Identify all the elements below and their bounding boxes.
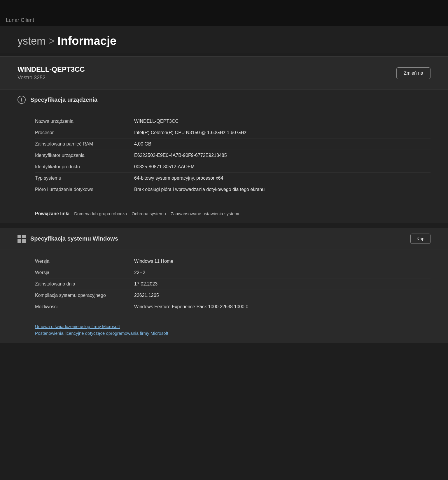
win-spec-value-2: 17.02.2023 <box>134 281 158 287</box>
related-link-2[interactable]: Zaawansowane ustawienia systemu <box>171 210 241 217</box>
win-spec-label-1: Wersja <box>35 270 134 275</box>
device-spec-title: Specyfikacja urządzenia <box>30 97 97 103</box>
breadcrumb-separator: > <box>48 35 55 47</box>
windows-spec-header-left: Specyfikacja systemu Windows <box>18 235 118 243</box>
spec-row: Typ systemu 64-bitowy system operacyjny,… <box>35 173 430 184</box>
spec-row: Pióro i urządzenia dotykowe Brak obsługi… <box>35 184 430 195</box>
device-model: Vostro 3252 <box>18 75 85 81</box>
device-spec-header: ℹ Specyfikacja urządzenia <box>0 90 448 110</box>
win-spec-value-4: Windows Feature Experience Pack 1000.226… <box>134 304 248 309</box>
breadcrumb-current: Informacje <box>57 34 116 48</box>
win-spec-label-4: Możliwości <box>35 304 134 309</box>
spec-label-2: Zainstalowana pamięć RAM <box>35 141 134 147</box>
win-spec-value-1: 22H2 <box>134 270 145 275</box>
related-link-0[interactable]: Domena lub grupa robocza <box>74 210 127 217</box>
info-icon: ℹ <box>18 96 26 104</box>
win-spec-row: Kompilacja systemu operacyjnego 22621.12… <box>35 290 430 301</box>
spec-label-1: Procesor <box>35 130 134 135</box>
win-spec-value-3: 22621.1265 <box>134 293 159 298</box>
related-links-label: Powiązane linki <box>35 211 69 216</box>
win-spec-label-2: Zainstalowano dnia <box>35 281 134 287</box>
spec-row: Identyfikator urządzenia E6222502-E9E0-4… <box>35 150 430 161</box>
spec-label-5: Typ systemu <box>35 176 134 181</box>
spec-value-2: 4,00 GB <box>134 141 151 147</box>
windows-spec-table: Wersja Windows 11 Home Wersja 22H2 Zains… <box>0 250 448 321</box>
spec-row: Procesor Intel(R) Celeron(R) CPU N3150 @… <box>35 127 430 139</box>
spec-row: Identyfikator produktu 00325-80871-80512… <box>35 161 430 173</box>
device-section: WINDELL-QEPT3CC Vostro 3252 Zmień na <box>0 56 448 90</box>
spec-value-1: Intel(R) Celeron(R) CPU N3150 @ 1.60GHz … <box>134 130 246 135</box>
spec-value-3: E6222502-E9E0-4A7B-90F9-6772E9213485 <box>134 153 227 158</box>
windows-links: Umowa o świadczenie usług firmy Microsof… <box>0 321 448 343</box>
breadcrumb: ystem > Informacje <box>18 34 430 48</box>
device-info: WINDELL-QEPT3CC Vostro 3252 <box>18 65 85 81</box>
windows-spec-section: Specyfikacja systemu Windows Kop Wersja … <box>0 228 448 343</box>
spec-label-0: Nazwa urządzenia <box>35 119 134 124</box>
spec-value-0: WINDELL-QEPT3CC <box>134 119 178 124</box>
copy-button[interactable]: Kop <box>410 234 430 244</box>
win-spec-row: Zainstalowano dnia 17.02.2023 <box>35 278 430 290</box>
win-spec-label-0: Wersja <box>35 259 134 264</box>
win-spec-label-3: Kompilacja systemu operacyjnego <box>35 293 134 298</box>
breadcrumb-section: ystem > Informacje <box>0 26 448 53</box>
windows-logo-icon <box>18 235 26 243</box>
spec-row: Zainstalowana pamięć RAM 4,00 GB <box>35 139 430 150</box>
windows-link-1[interactable]: Postanowienia licencyjne dotyczące oprog… <box>35 331 430 336</box>
top-bar: Lunar Client <box>0 0 448 26</box>
related-links: Powiązane linki Domena lub grupa robocza… <box>0 204 448 223</box>
windows-spec-title: Specyfikacja systemu Windows <box>30 235 118 242</box>
spec-label-3: Identyfikator urządzenia <box>35 153 134 158</box>
rename-button[interactable]: Zmień na <box>396 67 430 79</box>
spec-row: Nazwa urządzenia WINDELL-QEPT3CC <box>35 116 430 127</box>
app-label: Lunar Client <box>6 17 34 23</box>
breadcrumb-parent: ystem <box>18 35 46 47</box>
win-spec-row: Możliwości Windows Feature Experience Pa… <box>35 301 430 312</box>
windows-spec-header: Specyfikacja systemu Windows Kop <box>0 228 448 250</box>
related-link-1[interactable]: Ochrona systemu <box>132 210 166 217</box>
spec-rows: Nazwa urządzenia WINDELL-QEPT3CC Proceso… <box>35 116 430 195</box>
spec-label-4: Identyfikator produktu <box>35 164 134 169</box>
windows-link-0[interactable]: Umowa o świadczenie usług firmy Microsof… <box>35 324 430 329</box>
device-spec-table: Nazwa urządzenia WINDELL-QEPT3CC Proceso… <box>0 110 448 204</box>
device-name: WINDELL-QEPT3CC <box>18 65 85 73</box>
win-spec-row: Wersja Windows 11 Home <box>35 256 430 267</box>
win-spec-row: Wersja 22H2 <box>35 267 430 278</box>
spec-value-5: 64-bitowy system operacyjny, procesor x6… <box>134 176 223 181</box>
win-spec-value-0: Windows 11 Home <box>134 259 173 264</box>
spec-label-6: Pióro i urządzenia dotykowe <box>35 187 134 192</box>
spec-value-6: Brak obsługi pióra i wprowadzania dotyko… <box>134 187 265 192</box>
spec-value-4: 00325-80871-80512-AAOEM <box>134 164 195 169</box>
